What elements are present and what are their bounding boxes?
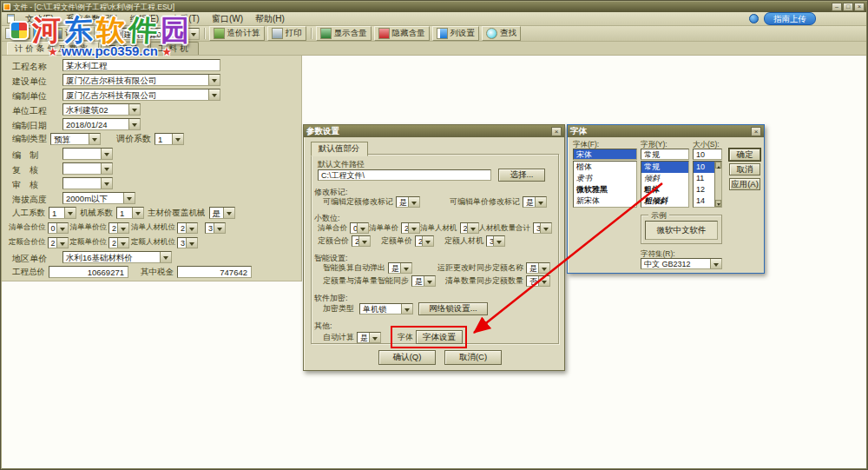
tab-resources[interactable]: 工料机 (150, 42, 199, 55)
menu-view[interactable]: 查看(T) (169, 12, 201, 26)
cost-calc-icon (214, 28, 225, 39)
list-unit-digits-select[interactable]: 2 (108, 222, 129, 234)
sync-list-select[interactable]: 否 (526, 275, 550, 287)
checker-select[interactable] (62, 162, 113, 175)
smart-popup-select[interactable]: 是 (388, 262, 412, 274)
encrypt-type-select[interactable]: 单机锁 (359, 303, 413, 314)
scroll-up-icon[interactable] (715, 162, 721, 169)
new-file-icon[interactable] (5, 28, 16, 39)
save-icon[interactable] (33, 28, 44, 39)
font-family-option[interactable]: 新宋体 (574, 195, 636, 207)
font-style-list[interactable]: 常规 倾斜 粗体 粗倾斜 (641, 161, 689, 208)
template-combo[interactable]: 水利建筑预算02 (104, 28, 200, 40)
quota-mark-select[interactable]: 是 (396, 196, 420, 208)
list-unit-select[interactable]: 2 (401, 222, 420, 234)
auditor-select[interactable] (62, 177, 113, 189)
labor-coef-select[interactable]: 1 (49, 207, 76, 219)
font-family-list[interactable]: 楷体 隶书 微软雅黑 新宋体 (573, 161, 637, 208)
guide-upload-button[interactable]: 指南上传 (764, 12, 816, 25)
encrypt-row: 加密类型 单机锁 网络锁设置... (323, 302, 550, 315)
font-family-input[interactable]: 宋体 (573, 149, 637, 160)
list-rcj-select[interactable]: 2 (460, 222, 479, 234)
price-mark-select[interactable]: 是 (523, 196, 547, 208)
calculator-button[interactable]: 计算器 (47, 26, 95, 41)
scroll-down-icon[interactable] (715, 200, 721, 207)
show-content-button[interactable]: 显示含量 (316, 26, 372, 41)
column-settings-label: 列设置 (450, 28, 476, 39)
size-list-scrollbar[interactable] (714, 162, 721, 207)
quota-rcj-digits-select[interactable]: 3 (177, 237, 198, 248)
hide-content-button[interactable]: 隐藏含量 (374, 26, 430, 41)
cost-calc-button[interactable]: 造价计算 (209, 26, 265, 41)
font-apply-button[interactable]: 应用(A) (729, 178, 760, 190)
close-button[interactable]: × (854, 3, 865, 11)
tab-quantities[interactable]: 工程量 (101, 42, 149, 55)
sync-qty-select[interactable]: 是 (411, 275, 436, 287)
rcj-qty-digits-select[interactable]: 3 (205, 222, 226, 234)
list-total-select[interactable]: 0 (350, 222, 369, 234)
tab-default-values[interactable]: 默认值部分 (311, 142, 368, 156)
font-size-input[interactable]: 10 (693, 149, 722, 160)
menu-file[interactable]: 文件(F) (23, 12, 56, 26)
font-cancel-button[interactable]: 取消 (729, 163, 760, 175)
menu-edit[interactable]: 编辑(E) (128, 12, 161, 26)
compiler-select[interactable] (62, 148, 113, 160)
column-settings-button[interactable]: 列设置 (432, 26, 480, 41)
compile-type-select[interactable]: 预算 (50, 133, 101, 145)
default-path-input[interactable]: C:\工程文件\ (318, 169, 491, 181)
list-total-digits-select[interactable]: 0 (48, 222, 69, 234)
compile-unit-select[interactable]: 厦门亿吉尔科技有限公司 (62, 89, 220, 101)
list-rcj-digits-select[interactable]: 2 (177, 222, 198, 234)
menu-help[interactable]: 帮助(H) (253, 12, 286, 26)
rcj-qty-select[interactable]: 3 (533, 222, 552, 234)
smart-row-2: 定额量与清单量智能同步 是 清单数量同步定额数量 否 (323, 275, 550, 287)
find-button[interactable]: 查找 (482, 26, 521, 41)
open-file-icon[interactable] (19, 28, 30, 39)
network-lock-button[interactable]: 网络锁设置... (418, 302, 488, 315)
auto-calc-select[interactable]: 是 (357, 332, 381, 343)
application-window: 文件 - [C:\工程文件\例子工程\水利\例子工程.ESU] – □ × 文件… (0, 0, 868, 470)
font-size-list[interactable]: 10 11 12 14 (693, 161, 722, 208)
price-adjust-select[interactable]: 1 (155, 133, 184, 145)
list-unit-label: 清单单价 (369, 223, 398, 234)
font-dialog-close-button[interactable]: × (751, 127, 761, 136)
sync-list-label: 清单数量同步定额数量 (445, 275, 523, 287)
project-name-input[interactable]: 某水利工程 (62, 59, 220, 71)
font-ok-button[interactable]: 确定 (729, 149, 760, 161)
minimize-button[interactable]: – (832, 3, 842, 11)
tab-pricing-conditions[interactable]: 计价条件及费率 (7, 42, 99, 55)
print-button[interactable]: 打印 (267, 26, 306, 41)
compile-date-select[interactable]: 2018/01/24 (62, 118, 141, 130)
font-style-input[interactable]: 常规 (641, 149, 689, 160)
machine-coef-select[interactable]: 1 (116, 207, 144, 219)
altitude-select[interactable]: 2000m以下 (62, 192, 135, 204)
font-family-option[interactable]: 微软雅黑 (574, 184, 636, 195)
quota-unit-select[interactable]: 2 (415, 235, 434, 247)
menu-window[interactable]: 窗口(W) (210, 12, 245, 26)
list-unit-pair: 清单单价 2 (369, 222, 420, 234)
quota-total-select[interactable]: 2 (352, 235, 371, 247)
params-dialog-close-button[interactable]: × (551, 127, 562, 136)
main-override-select[interactable]: 是 (209, 207, 235, 219)
unit-project-select[interactable]: 水利建筑02 (62, 103, 141, 116)
font-style-option[interactable]: 常规 (641, 162, 688, 173)
maximize-button[interactable]: □ (843, 3, 853, 11)
menu-system-params[interactable]: 系统参数配置 (64, 12, 120, 26)
font-family-option[interactable]: 楷体 (574, 162, 636, 173)
font-family-option[interactable]: 隶书 (574, 173, 636, 184)
font-style-option[interactable]: 粗倾斜 (641, 195, 688, 207)
params-cancel-button[interactable]: 取消(C) (444, 350, 502, 365)
show-content-label: 显示含量 (334, 28, 367, 39)
choose-path-button[interactable]: 选择... (498, 169, 545, 182)
font-style-option[interactable]: 倾斜 (641, 173, 688, 184)
params-ok-button[interactable]: 确认(Q) (378, 350, 436, 365)
quota-total-digits-select[interactable]: 2 (48, 237, 69, 248)
quota-rcj-select[interactable]: 3 (486, 235, 505, 247)
quota-unit-digits-select[interactable]: 2 (108, 237, 129, 248)
build-unit-select[interactable]: 厦门亿吉尔科技有限公司 (62, 74, 220, 86)
font-style-option[interactable]: 粗体 (641, 184, 688, 195)
hide-content-icon (378, 28, 390, 39)
charset-select[interactable]: 中文 GB2312 (641, 258, 722, 269)
region-price-select[interactable]: 水利16基础材料价 (62, 251, 172, 263)
sync-name-select[interactable]: 是 (526, 262, 550, 274)
